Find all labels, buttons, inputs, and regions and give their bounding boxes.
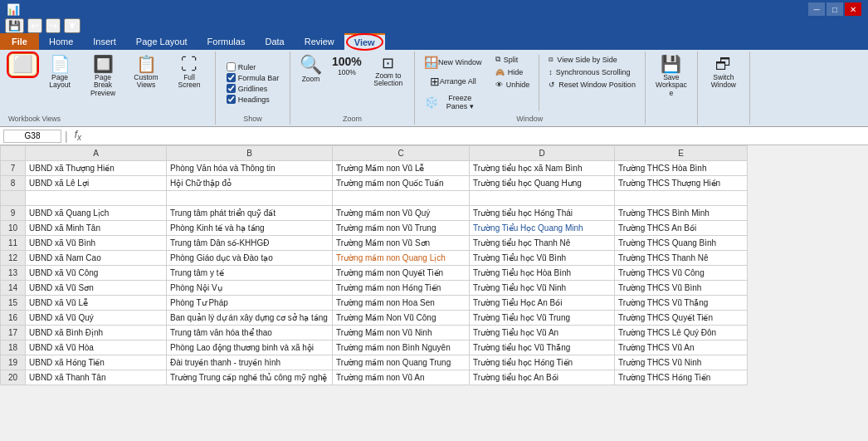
sync-scroll-button[interactable]: ↕ Synchronous Scrolling	[544, 66, 640, 78]
table-cell[interactable]: UBND xã Vũ Công	[26, 266, 167, 281]
table-cell[interactable]: Trường mầm non Bình Nguyên	[333, 341, 470, 355]
table-cell[interactable]	[470, 191, 615, 206]
table-cell[interactable]: UBND xã Vũ Sơn	[26, 281, 167, 296]
table-cell[interactable]: UBND xã Quang Lịch	[26, 206, 167, 221]
tab-view[interactable]: View	[344, 33, 385, 50]
table-cell[interactable]: Phòng Kinh tế và hạ tầng	[167, 221, 333, 236]
gridlines-checkbox-label[interactable]: Gridlines	[227, 84, 268, 93]
table-cell[interactable]: Trường tiểu học Vũ Thắng	[470, 341, 615, 355]
ruler-checkbox[interactable]	[227, 62, 236, 71]
table-cell[interactable]: Trung tâm Dân số-KHHGĐ	[167, 236, 333, 251]
table-cell[interactable]: Trường mầm non Quang Trung	[333, 355, 470, 370]
table-cell[interactable]: Trường Tiểu học Vũ Ninh	[470, 281, 615, 296]
table-cell[interactable]: Trung tâm phát triển quỹ đất	[167, 206, 333, 221]
table-cell[interactable]: Hội Chữ thập đỏ	[167, 176, 333, 191]
table-cell[interactable]: UBND xã Lê Lợi	[26, 176, 167, 191]
table-cell[interactable]: Trường Tiểu học Hòa Bình	[470, 266, 615, 281]
table-cell[interactable]: Trường THCS Thanh Nê	[615, 251, 748, 266]
close-button[interactable]: ✕	[845, 2, 861, 16]
hide-button[interactable]: 🙈 Hide	[491, 66, 534, 78]
col-header-d[interactable]: D	[470, 146, 615, 161]
view-side-by-side-button[interactable]: ⧈ View Side by Side	[544, 53, 640, 66]
tab-page-layout[interactable]: Page Layout	[126, 33, 197, 50]
table-cell[interactable]: Trường THCS Hồng Tiến	[615, 370, 748, 385]
qa-dropdown-button[interactable]: ▼	[64, 18, 80, 33]
table-cell[interactable]: Trường Tiểu Học Quang Minh	[470, 221, 615, 236]
table-cell[interactable]: Trường tiểu học Hồng Tiến	[470, 355, 615, 370]
ruler-checkbox-label[interactable]: Ruler	[227, 62, 256, 71]
table-cell[interactable]: Trường THCS Vũ An	[615, 341, 748, 355]
table-cell[interactable]: Phòng Nội Vụ	[167, 281, 333, 296]
headings-checkbox-label[interactable]: Headings	[227, 95, 270, 104]
table-cell[interactable]: Trường tiểu học xã Nam Bình	[470, 161, 615, 176]
name-box[interactable]	[3, 130, 61, 143]
table-cell[interactable]: Trường THCS Vũ Công	[615, 266, 748, 281]
zoom-selection-button[interactable]: ⊡ Zoom to Selection	[368, 53, 409, 91]
custom-views-button[interactable]: 📋 Custom Views	[125, 53, 167, 92]
table-cell[interactable]	[333, 191, 470, 206]
table-cell[interactable]: Phòng Giáo dục và Đào tạo	[167, 251, 333, 266]
col-header-c[interactable]: C	[333, 146, 470, 161]
table-cell[interactable]: Trường Tiểu học Vũ Trung	[470, 311, 615, 326]
table-cell[interactable]: UBND xã Minh Tân	[26, 221, 167, 236]
table-cell[interactable]: Trường THCS Quyết Tiến	[615, 311, 748, 326]
zoom100-button[interactable]: 100% 100%	[328, 53, 366, 79]
table-cell[interactable]: Trung tâm văn hóa thể thao	[167, 326, 333, 341]
col-header-b[interactable]: B	[167, 146, 333, 161]
table-cell[interactable]: Trường tiểu học An Bồi	[470, 370, 615, 385]
table-cell[interactable]: Trường Tiểu học Vũ Bình	[470, 251, 615, 266]
table-cell[interactable]: Trường Tiểu Học An Bồi	[470, 296, 615, 311]
formula-bar-checkbox[interactable]	[227, 73, 236, 82]
table-cell[interactable]: Phòng Tư Pháp	[167, 296, 333, 311]
arrange-button[interactable]: ⊞ Arrange All	[420, 72, 486, 91]
table-cell[interactable]: Trường tiểu học Quang Hưng	[470, 176, 615, 191]
table-cell[interactable]: UBND xã Vũ Quý	[26, 311, 167, 326]
table-cell[interactable]: Trường mầm non Vũ Trung	[333, 221, 470, 236]
tab-file[interactable]: File	[0, 33, 39, 50]
table-cell[interactable]: UBND xã Vũ Hòa	[26, 341, 167, 355]
table-cell[interactable]: Trường THCS Hòa Bình	[615, 161, 748, 176]
minimize-button[interactable]: ─	[808, 2, 825, 16]
table-cell[interactable]: Trường THCS Vũ Ninh	[615, 355, 748, 370]
table-cell[interactable]: Trường mầm non Quyết Tiến	[333, 266, 470, 281]
table-cell[interactable]: Trường THCS Vũ Bình	[615, 281, 748, 296]
table-cell[interactable]: Trường THCS An Bồi	[615, 221, 748, 236]
table-cell[interactable]: Trường Tiểu học Vũ An	[470, 326, 615, 341]
page-break-button[interactable]: 🔲 Page Break Preview	[82, 53, 124, 100]
table-cell[interactable]	[615, 191, 748, 206]
table-cell[interactable]: Trường mầm non Hồng Tiến	[333, 281, 470, 296]
page-layout-button[interactable]: 📄 Page Layout	[39, 53, 80, 92]
table-cell[interactable]: Trường mầm non Hoa Sen	[333, 296, 470, 311]
unhide-button[interactable]: 👁 Unhide	[491, 79, 534, 91]
table-cell[interactable]: Trường mầm non Vũ An	[333, 370, 470, 385]
tab-insert[interactable]: Insert	[83, 33, 126, 50]
gridlines-checkbox[interactable]	[227, 84, 236, 93]
table-cell[interactable]: Trường Mầm Non Vũ Công	[333, 311, 470, 326]
zoom-button[interactable]: 🔍 Zoom	[295, 53, 326, 86]
formula-bar-checkbox-label[interactable]: Formula Bar	[227, 73, 280, 82]
switch-window-button[interactable]: 🗗 Switch Window	[703, 53, 744, 92]
qa-redo-button[interactable]: ↪	[46, 18, 61, 33]
table-cell[interactable]: Trường THCS Bình Minh	[615, 206, 748, 221]
table-cell[interactable]: Trường Trung cấp nghề thủ công mỹ nghệ	[167, 370, 333, 385]
save-workspace-button[interactable]: 💾 Save Workspace	[651, 53, 692, 100]
table-cell[interactable]: Trường mầm non Vũ Quý	[333, 206, 470, 221]
col-header-a[interactable]: A	[26, 146, 167, 161]
table-cell[interactable]: Đài truyền thanh - truyền hình	[167, 355, 333, 370]
table-cell[interactable]: Trung tâm y tế	[167, 266, 333, 281]
qa-undo-button[interactable]: ↩	[27, 18, 42, 33]
table-cell[interactable]: UBND xã Bình Định	[26, 326, 167, 341]
table-cell[interactable]: Trường THCS Vũ Thắng	[615, 296, 748, 311]
table-cell[interactable]	[26, 191, 167, 206]
table-cell[interactable]: UBND xã Vũ Lễ	[26, 296, 167, 311]
table-cell[interactable]: UBND xã Thanh Tân	[26, 370, 167, 385]
split-button[interactable]: ⧉ Split	[491, 53, 534, 66]
table-cell[interactable]: Trường mầm non Quang Lịch	[333, 251, 470, 266]
table-cell[interactable]: Trường mầm non Quốc Tuấn	[333, 176, 470, 191]
table-cell[interactable]: UBND xã Nam Cao	[26, 251, 167, 266]
tab-review[interactable]: Review	[295, 33, 344, 50]
table-cell[interactable]: Trường tiểu học Thanh Nê	[470, 236, 615, 251]
table-cell[interactable]: Trường THCS Quang Bình	[615, 236, 748, 251]
formula-input[interactable]	[88, 131, 865, 140]
normal-view-button[interactable]: ⬜	[8, 53, 37, 76]
